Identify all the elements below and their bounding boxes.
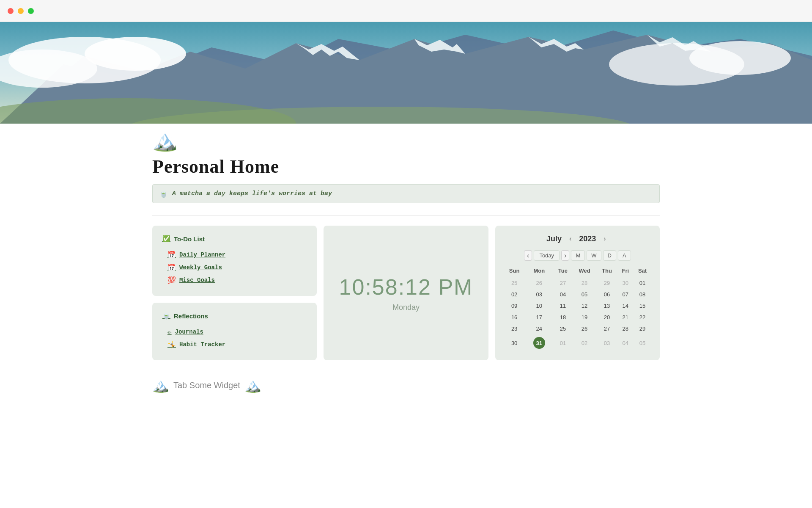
reflections-card: 🍵 Reflections ✏️ Journals 🤸 Habit Tracke… bbox=[152, 303, 317, 360]
calendar-view-agenda[interactable]: A bbox=[618, 250, 631, 261]
calendar-day[interactable]: 01 bbox=[634, 277, 651, 289]
left-column: ✅ To-Do List 📅 Daily Planner 📅 Weekly Go… bbox=[152, 226, 317, 360]
close-button[interactable] bbox=[8, 8, 14, 14]
weekly-goals-icon: 📅 bbox=[167, 263, 176, 272]
calendar-day[interactable]: 19 bbox=[573, 312, 596, 323]
calendar-day[interactable]: 09 bbox=[504, 300, 525, 312]
calendar-day[interactable]: 29 bbox=[634, 323, 651, 334]
habit-tracker-item[interactable]: 🤸 Habit Tracker bbox=[162, 338, 307, 351]
calendar-day[interactable]: 13 bbox=[596, 300, 617, 312]
todo-title: ✅ To-Do List bbox=[162, 235, 307, 243]
main-grid: ✅ To-Do List 📅 Daily Planner 📅 Weekly Go… bbox=[152, 226, 660, 360]
calendar-day[interactable]: 24 bbox=[525, 323, 553, 334]
cal-dow-thu: Thu bbox=[596, 266, 617, 277]
page-title-section: Personal Home bbox=[152, 151, 660, 184]
habit-tracker-label: Habit Tracker bbox=[179, 341, 225, 348]
calendar-day[interactable]: 05 bbox=[634, 334, 651, 351]
journals-label: Journals bbox=[175, 329, 203, 335]
calendar-card: July ‹ 2023 › ‹ Today › M W D A Sun bbox=[495, 226, 660, 360]
calendar-day[interactable]: 10 bbox=[525, 300, 553, 312]
daily-planner-label: Daily Planner bbox=[179, 251, 225, 258]
svg-point-11 bbox=[689, 41, 791, 75]
calendar-day[interactable]: 12 bbox=[573, 300, 596, 312]
cal-dow-fri: Fri bbox=[617, 266, 634, 277]
cal-dow-sun: Sun bbox=[504, 266, 525, 277]
weekly-goals-label: Weekly Goals bbox=[179, 264, 222, 271]
calendar-day[interactable]: 30 bbox=[504, 334, 525, 351]
minimize-button[interactable] bbox=[18, 8, 24, 14]
calendar-day[interactable]: 03 bbox=[596, 334, 617, 351]
calendar-day[interactable]: 31 bbox=[525, 334, 553, 351]
calendar-day[interactable]: 26 bbox=[525, 277, 553, 289]
bottom-icon-right: 🏔️ bbox=[244, 377, 261, 393]
page-title: Personal Home bbox=[152, 156, 660, 177]
calendar-day[interactable]: 01 bbox=[553, 334, 573, 351]
calendar-day[interactable]: 15 bbox=[634, 300, 651, 312]
maximize-button[interactable] bbox=[28, 8, 34, 14]
misc-goals-item[interactable]: 💯 Misc Goals bbox=[162, 274, 307, 287]
cal-dow-wed: Wed bbox=[573, 266, 596, 277]
titlebar bbox=[0, 0, 812, 22]
page-content: 🏔️ Personal Home 🍵 A matcha a day keeps … bbox=[110, 124, 702, 427]
calendar-day[interactable]: 25 bbox=[553, 323, 573, 334]
calendar-view-week[interactable]: W bbox=[587, 250, 601, 261]
cal-dow-mon: Mon bbox=[525, 266, 553, 277]
calendar-day[interactable]: 14 bbox=[617, 300, 634, 312]
journals-icon: ✏️ bbox=[167, 328, 172, 336]
calendar-day[interactable]: 04 bbox=[553, 289, 573, 300]
clock-time: 10:58:12 PM bbox=[339, 274, 473, 300]
quote-icon: 🍵 bbox=[159, 190, 168, 198]
page-icon: 🏔️ bbox=[152, 130, 178, 151]
svg-point-8 bbox=[85, 37, 186, 71]
calendar-view-month[interactable]: M bbox=[571, 250, 585, 261]
calendar-day[interactable]: 30 bbox=[617, 277, 634, 289]
todo-icon: ✅ bbox=[162, 235, 170, 243]
reflections-title: 🍵 Reflections bbox=[162, 312, 307, 320]
calendar-day[interactable]: 28 bbox=[573, 277, 596, 289]
calendar-year: 2023 bbox=[579, 235, 596, 243]
calendar-day[interactable]: 27 bbox=[596, 323, 617, 334]
journals-item[interactable]: ✏️ Journals bbox=[162, 326, 307, 338]
calendar-day[interactable]: 17 bbox=[525, 312, 553, 323]
calendar-day[interactable]: 03 bbox=[525, 289, 553, 300]
calendar-prev-month[interactable]: ‹ bbox=[567, 234, 574, 243]
bottom-icon-left: 🏔️ bbox=[152, 377, 169, 393]
calendar-grid: Sun Mon Tue Wed Thu Fri Sat 252627282930… bbox=[504, 266, 651, 351]
calendar-day[interactable]: 07 bbox=[617, 289, 634, 300]
calendar-day[interactable]: 06 bbox=[596, 289, 617, 300]
misc-goals-label: Misc Goals bbox=[179, 277, 215, 284]
calendar-day[interactable]: 23 bbox=[504, 323, 525, 334]
bottom-label: Tab Some Widget bbox=[173, 381, 240, 390]
todo-card: ✅ To-Do List 📅 Daily Planner 📅 Weekly Go… bbox=[152, 226, 317, 296]
calendar-next-month[interactable]: › bbox=[601, 234, 608, 243]
calendar-day[interactable]: 02 bbox=[504, 289, 525, 300]
weekly-goals-item[interactable]: 📅 Weekly Goals bbox=[162, 261, 307, 274]
calendar-day[interactable]: 08 bbox=[634, 289, 651, 300]
calendar-day[interactable]: 20 bbox=[596, 312, 617, 323]
calendar-day[interactable]: 22 bbox=[634, 312, 651, 323]
calendar-day[interactable]: 28 bbox=[617, 323, 634, 334]
cal-dow-tue: Tue bbox=[553, 266, 573, 277]
calendar-day[interactable]: 02 bbox=[573, 334, 596, 351]
calendar-next-nav[interactable]: › bbox=[561, 250, 569, 261]
calendar-day[interactable]: 29 bbox=[596, 277, 617, 289]
calendar-day[interactable]: 04 bbox=[617, 334, 634, 351]
quote-text: A matcha a day keeps life's worries at b… bbox=[172, 190, 332, 197]
calendar-prev-nav[interactable]: ‹ bbox=[524, 250, 532, 261]
calendar-view-day[interactable]: D bbox=[603, 250, 616, 261]
calendar-day[interactable]: 16 bbox=[504, 312, 525, 323]
calendar-today-button[interactable]: Today bbox=[534, 250, 560, 261]
calendar-day[interactable]: 11 bbox=[553, 300, 573, 312]
calendar-day[interactable]: 21 bbox=[617, 312, 634, 323]
calendar-day[interactable]: 05 bbox=[573, 289, 596, 300]
divider bbox=[152, 215, 660, 215]
calendar-view-buttons: ‹ Today › M W D A bbox=[504, 250, 651, 261]
daily-planner-item[interactable]: 📅 Daily Planner bbox=[162, 248, 307, 261]
daily-planner-icon: 📅 bbox=[167, 251, 176, 259]
calendar-day[interactable]: 26 bbox=[573, 323, 596, 334]
calendar-day[interactable]: 27 bbox=[553, 277, 573, 289]
calendar-day[interactable]: 18 bbox=[553, 312, 573, 323]
calendar-day[interactable]: 25 bbox=[504, 277, 525, 289]
cal-dow-sat: Sat bbox=[634, 266, 651, 277]
clock-day: Monday bbox=[392, 303, 420, 312]
